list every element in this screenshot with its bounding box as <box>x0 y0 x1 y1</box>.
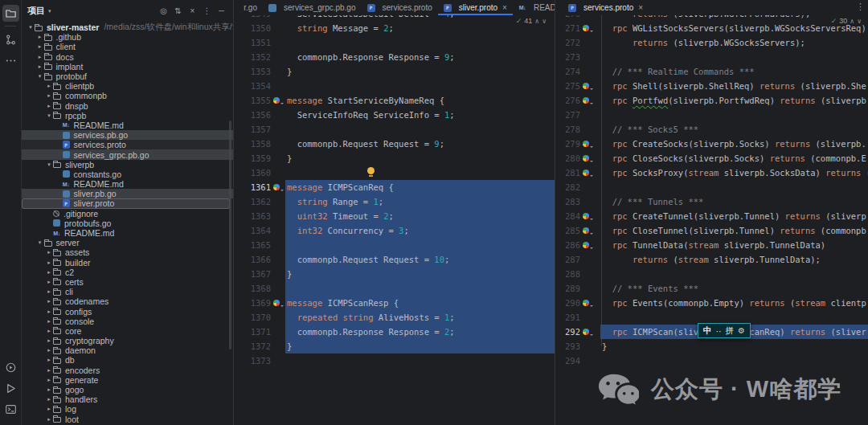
tree-item-codenames[interactable]: ▸codenames <box>22 296 233 306</box>
line-number[interactable]: 292 <box>555 325 580 339</box>
tree-item-core[interactable]: ▸core <box>22 326 233 336</box>
gutter-marker-icon[interactable] <box>580 97 595 104</box>
problems-icon[interactable] <box>2 422 19 425</box>
code-line-1352[interactable]: 1352 commonpb.Response Response = 9; <box>234 50 555 64</box>
tree-item-sliver-master[interactable]: ▾sliver-master/media/zss/软件盘/win和linux共享… <box>22 22 233 32</box>
code-line-1363[interactable]: 1363 uint32 Timeout = 2; <box>234 209 555 223</box>
tree-item-commonpb[interactable]: ▸commonpb <box>22 91 233 100</box>
tree-item-clientpb[interactable]: ▸clientpb <box>22 81 233 91</box>
gutter-marker-icon[interactable] <box>580 83 595 89</box>
code-line-1353[interactable]: 1353} <box>234 64 555 79</box>
line-number[interactable]: 1366 <box>234 252 271 267</box>
line-number[interactable]: 1365 <box>234 238 271 252</box>
gutter-marker-icon[interactable] <box>580 227 595 234</box>
project-icon[interactable] <box>2 5 19 22</box>
tree-item-services_grpc.pb.go[interactable]: services_grpc.pb.go <box>22 149 233 159</box>
tree-item-console[interactable]: ▸console <box>22 317 233 326</box>
code-line-273[interactable]: 273 <box>555 50 868 64</box>
chevron-collapsed-icon[interactable]: ▸ <box>45 386 53 393</box>
line-number[interactable]: 276 <box>555 93 580 108</box>
code-line-1365[interactable]: 1365 <box>234 238 555 252</box>
line-number[interactable]: 1373 <box>234 353 271 368</box>
tree-item-generate[interactable]: ▸generate <box>22 375 233 385</box>
tree-item-.github[interactable]: ▸.github <box>22 32 233 42</box>
chevron-collapsed-icon[interactable]: ▸ <box>45 92 53 99</box>
code-line-1369[interactable]: 1369message ICMPScanResp { <box>234 296 555 310</box>
tree-item-builder[interactable]: ▸builder <box>22 258 233 268</box>
tree-item-constants.go[interactable]: constants.go <box>22 170 233 179</box>
code-line-283[interactable]: 283 // *** Tunnels *** <box>555 194 868 209</box>
tab-services_grpc.pb.go[interactable]: services_grpc.pb.go <box>263 0 362 15</box>
tree-item-sliver.pb.go[interactable]: sliver.pb.go <box>22 189 233 198</box>
line-number[interactable]: 1361 <box>234 180 271 194</box>
chevron-collapsed-icon[interactable]: ▸ <box>36 63 44 70</box>
code-line-1355[interactable]: 1355message StartServiceByNameReq { <box>234 93 555 108</box>
code-line-1360[interactable]: 1360 <box>234 166 555 180</box>
gutter-marker-icon[interactable] <box>580 213 595 219</box>
line-number[interactable]: 1359 <box>234 151 271 166</box>
gutter-marker-icon[interactable] <box>580 329 595 335</box>
line-number[interactable]: 282 <box>555 180 580 194</box>
tree-item-cryptography[interactable]: ▸cryptography <box>22 336 233 345</box>
gear-icon[interactable]: ⚙ <box>738 326 745 335</box>
chevron-collapsed-icon[interactable]: ▸ <box>45 259 53 266</box>
line-number[interactable]: 288 <box>555 267 580 281</box>
code-line-1350[interactable]: 1350 string Message = 2; <box>234 21 555 35</box>
chevron-collapsed-icon[interactable]: ▸ <box>45 309 53 315</box>
chevron-collapsed-icon[interactable]: ▸ <box>45 337 53 344</box>
line-number[interactable]: 272 <box>555 35 580 50</box>
gutter-marker-icon[interactable] <box>580 170 595 176</box>
tree-item-daemon[interactable]: ▸daemon <box>22 345 233 355</box>
line-number[interactable]: 283 <box>555 194 580 209</box>
close-icon[interactable]: × <box>502 4 507 12</box>
code-line-1361[interactable]: 1361message ICMPScanReq { <box>234 180 555 194</box>
tree-item-rpcpb[interactable]: ▾rpcpb <box>22 111 233 121</box>
line-number[interactable]: 274 <box>555 64 580 79</box>
inspection-widget[interactable]: ✓ 30 ∧ ∨ <box>831 17 862 25</box>
code-line-1366[interactable]: 1366 commonpb.Request Request = 10; <box>234 252 555 267</box>
code-line-280[interactable]: 280 rpc CloseSocks(sliverpb.Socks) retur… <box>555 151 868 166</box>
line-number[interactable]: 1369 <box>234 296 271 310</box>
tab-services.proto[interactable]: Pservices.proto× <box>563 0 649 15</box>
code-line-276[interactable]: 276 rpc Portfwd(sliverpb.PortfwdReq) ret… <box>555 93 868 108</box>
line-number[interactable]: 280 <box>555 151 580 166</box>
run-icon[interactable] <box>2 380 19 397</box>
tree-item-assets[interactable]: ▸assets <box>22 247 233 257</box>
line-number[interactable]: 277 <box>555 108 580 122</box>
chevron-expanded-icon[interactable]: ▾ <box>45 161 53 168</box>
code-line-287[interactable]: 287 returns (stream sliverpb.TunnelData)… <box>555 252 868 267</box>
tree-item-encoders[interactable]: ▸encoders <box>22 366 233 375</box>
prev-problem-icon[interactable]: ∧ <box>534 18 539 25</box>
line-number[interactable]: 1364 <box>234 223 271 238</box>
hide-panel-icon[interactable]: ─ <box>216 6 227 15</box>
line-number[interactable]: 1363 <box>234 209 271 223</box>
line-number[interactable]: 291 <box>555 310 580 325</box>
chevron-collapsed-icon[interactable]: ▸ <box>45 249 53 255</box>
chevron-down-icon[interactable]: ▾ <box>48 8 51 14</box>
line-number[interactable]: 287 <box>555 252 580 267</box>
line-number[interactable]: 1354 <box>234 79 271 93</box>
gutter-marker-icon[interactable] <box>580 155 595 161</box>
chevron-collapsed-icon[interactable]: ▸ <box>45 269 53 276</box>
next-problem-icon[interactable]: ∨ <box>542 18 547 25</box>
code-line-279[interactable]: 279 rpc CreateSocks(sliverpb.Socks) retu… <box>555 137 868 151</box>
code-line-1358[interactable]: 1358 commonpb.Request Request = 9; <box>234 137 555 151</box>
code-line-284[interactable]: 284 rpc CreateTunnel(sliverpb.Tunnel) re… <box>555 209 868 223</box>
chevron-collapsed-icon[interactable]: ▸ <box>45 377 53 383</box>
code-line-274[interactable]: 274 // *** Realtime Commands *** <box>555 64 868 79</box>
chevron-collapsed-icon[interactable]: ▸ <box>45 103 53 109</box>
tree-item-sliver.proto[interactable]: Psliver.proto <box>22 198 230 208</box>
code-line-275[interactable]: 275 rpc Shell(sliverpb.ShellReq) returns… <box>555 79 868 93</box>
code-line-290[interactable]: 290 rpc Events(commonpb.Empty) returns (… <box>555 296 868 310</box>
code-line-293[interactable]: 293} <box>555 339 868 353</box>
more-icon[interactable]: ⋮ <box>856 2 865 12</box>
terminal-icon[interactable] <box>2 401 19 418</box>
code-line-272[interactable]: 272 returns (sliverpb.WGSocksServers); <box>555 35 868 50</box>
code-line-1351[interactable]: 1351 <box>234 35 555 50</box>
next-problem-icon[interactable]: ∨ <box>857 18 862 25</box>
tree-item-implant[interactable]: ▸implant <box>22 62 233 72</box>
tree-item-services.pb.go[interactable]: services.pb.go <box>22 130 233 140</box>
code-line-271[interactable]: 271 rpc WGListSocksServers(sliverpb.WGSo… <box>555 21 868 35</box>
code-line-1362[interactable]: 1362 string Range = 1; <box>234 194 555 209</box>
gutter-marker-icon[interactable] <box>580 242 595 248</box>
